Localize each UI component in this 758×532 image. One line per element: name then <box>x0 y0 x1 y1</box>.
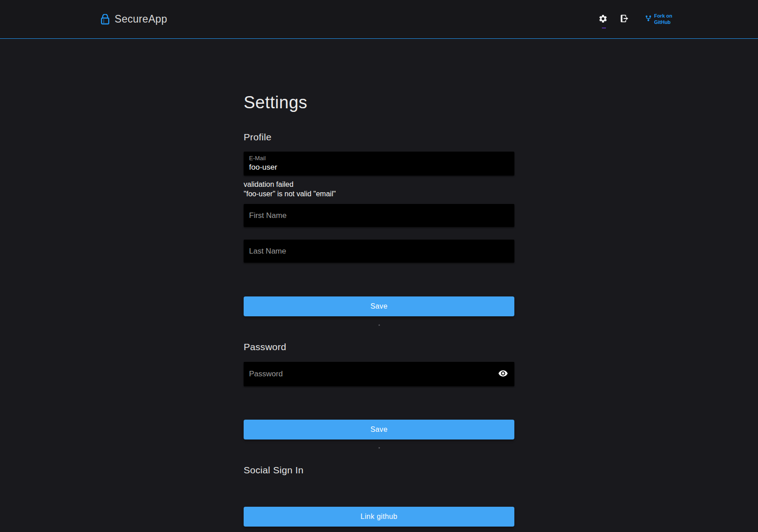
fork-icon <box>645 15 652 24</box>
email-validation-error: validation failed "foo-user" is not vali… <box>244 180 514 199</box>
password-input[interactable] <box>244 362 514 386</box>
link-github-button[interactable]: Link github <box>244 507 514 527</box>
section-divider-dot <box>379 447 380 449</box>
email-label: E-Mail <box>249 155 509 162</box>
active-tab-indicator <box>602 28 606 28</box>
header-actions: Fork on GitHub <box>596 12 672 27</box>
email-input[interactable] <box>249 162 509 172</box>
settings-page: Settings Profile E-Mail validation faile… <box>244 39 514 527</box>
app-logo[interactable]: SecureApp <box>100 13 167 25</box>
profile-heading: Profile <box>244 131 514 143</box>
password-heading: Password <box>244 341 514 352</box>
page-title: Settings <box>244 92 514 113</box>
logout-icon <box>619 14 629 25</box>
settings-gear-button[interactable] <box>596 12 610 27</box>
social-sign-in-heading: Social Sign In <box>244 464 514 476</box>
email-field[interactable]: E-Mail <box>244 152 514 176</box>
fork-link-label: Fork on GitHub <box>654 13 672 26</box>
validation-error-line1: validation failed <box>244 180 514 189</box>
fork-on-github-link[interactable]: Fork on GitHub <box>645 13 672 26</box>
profile-save-button[interactable]: Save <box>244 296 514 316</box>
last-name-input[interactable] <box>244 240 514 263</box>
app-title: SecureApp <box>115 13 167 25</box>
gear-icon <box>598 14 608 25</box>
first-name-input[interactable] <box>244 204 514 227</box>
toggle-password-visibility-button[interactable] <box>496 367 510 382</box>
section-divider-dot <box>379 324 380 326</box>
password-field <box>244 362 514 386</box>
eye-icon <box>498 369 508 380</box>
logout-button[interactable] <box>618 12 631 27</box>
lock-icon <box>100 14 110 25</box>
validation-error-line2: "foo-user" is not valid "email" <box>244 189 514 199</box>
app-header: SecureApp <box>0 0 758 39</box>
password-save-button[interactable]: Save <box>244 420 514 439</box>
